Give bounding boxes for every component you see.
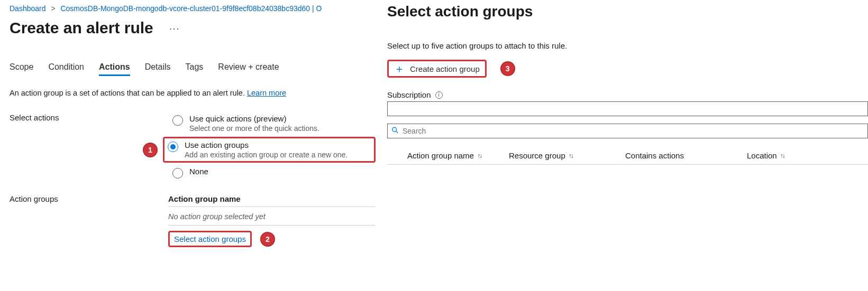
tab-review-create[interactable]: Review + create [218, 62, 279, 75]
actions-description-text: An action group is a set of actions that… [10, 89, 247, 97]
panel-title: Select action groups [387, 3, 868, 20]
radio-none-control[interactable] [172, 168, 183, 179]
actions-description: An action group is a set of actions that… [10, 89, 376, 97]
radio-use-action-groups[interactable]: Use action groups Add an existing action… [163, 137, 376, 163]
action-group-empty-text: No action group selected yet [168, 207, 376, 225]
subscription-dropdown[interactable] [387, 101, 868, 116]
column-contains-actions[interactable]: Contains actions [625, 151, 747, 160]
radio-use-action-groups-label: Use action groups [185, 140, 348, 149]
tab-details[interactable]: Details [145, 62, 171, 75]
create-action-group-button[interactable]: ＋ Create action group [387, 60, 487, 78]
tab-tags[interactable]: Tags [186, 62, 204, 75]
table-header: Action group name ↑↓ Resource group ↑↓ C… [387, 147, 868, 165]
sort-icon: ↑↓ [477, 152, 481, 159]
action-groups-section-label: Action groups [10, 194, 168, 247]
column-action-group-name-label: Action group name [407, 151, 474, 160]
breadcrumb-dashboard[interactable]: Dashboard [10, 4, 46, 13]
radio-quick-actions-control[interactable] [172, 115, 183, 126]
radio-use-action-groups-sub: Add an existing action group or create a… [185, 151, 348, 159]
select-action-groups-button[interactable]: Select action groups [170, 232, 250, 246]
radio-quick-actions[interactable]: Use quick actions (preview) Select one o… [168, 111, 376, 136]
sort-icon: ↑↓ [780, 152, 784, 159]
column-location-label: Location [747, 151, 777, 160]
column-contains-actions-label: Contains actions [625, 151, 684, 160]
column-action-group-name[interactable]: Action group name ↑↓ [387, 151, 509, 160]
plus-icon: ＋ [394, 63, 405, 74]
page-title: Create an alert rule [10, 19, 153, 37]
column-location[interactable]: Location ↑↓ [747, 151, 821, 160]
radio-none-label: None [189, 167, 208, 176]
breadcrumb-resource[interactable]: CosmosDB-MongoDB-mongodb-vcore-cluster01… [60, 3, 322, 14]
info-icon[interactable]: i [435, 91, 443, 99]
column-resource-group-label: Resource group [509, 151, 565, 160]
annotation-badge-2: 2 [260, 232, 275, 247]
action-group-column-header: Action group name [168, 194, 376, 206]
subscription-label: Subscription [387, 90, 431, 99]
breadcrumb: Dashboard > CosmosDB-MongoDB-mongodb-vco… [10, 3, 376, 14]
learn-more-link[interactable]: Learn more [247, 89, 286, 97]
radio-quick-actions-label: Use quick actions (preview) [189, 114, 319, 123]
radio-none[interactable]: None [168, 164, 376, 182]
tab-scope[interactable]: Scope [10, 62, 33, 75]
radio-use-action-groups-control[interactable] [168, 142, 178, 152]
annotation-badge-1: 1 [143, 143, 158, 157]
page-more-button[interactable]: ··· [166, 20, 183, 36]
search-input[interactable] [387, 124, 868, 138]
radio-quick-actions-sub: Select one or more of the quick actions. [189, 124, 319, 133]
tabs: Scope Condition Actions Details Tags Rev… [10, 62, 376, 75]
annotation-badge-3: 3 [500, 61, 515, 76]
breadcrumb-separator: > [51, 4, 55, 13]
panel-description: Select up to five action groups to attac… [387, 41, 868, 50]
create-action-group-label: Create action group [410, 64, 480, 73]
sort-icon: ↑↓ [569, 152, 573, 159]
tab-condition[interactable]: Condition [48, 62, 84, 75]
tab-actions[interactable]: Actions [99, 62, 130, 75]
column-resource-group[interactable]: Resource group ↑↓ [509, 151, 625, 160]
